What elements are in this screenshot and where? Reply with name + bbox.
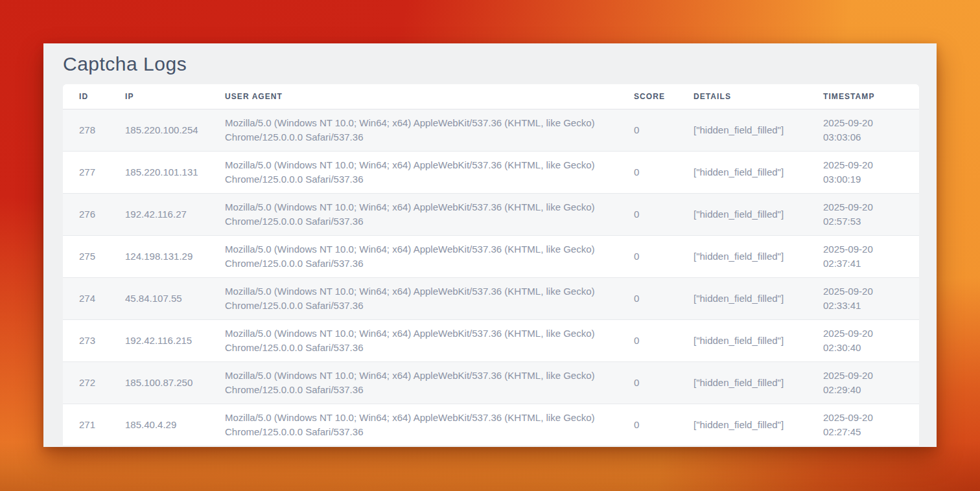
cell-details: ["hidden_field_filled"] (694, 193, 823, 235)
column-header-user-agent: USER AGENT (225, 84, 634, 109)
cell-id: 271 (63, 404, 125, 446)
cell-timestamp: 2025-09-20 02:29:40 (823, 361, 919, 404)
table-row: 277 185.220.101.131 Mozilla/5.0 (Windows… (63, 151, 919, 193)
cell-ip: 185.220.100.254 (125, 109, 225, 151)
cell-user-agent: Mozilla/5.0 (Windows NT 10.0; Win64; x64… (225, 404, 634, 446)
cell-id: 277 (63, 151, 125, 193)
cell-ip: 192.42.116.215 (125, 319, 225, 361)
cell-ip: 185.220.101.131 (125, 151, 225, 193)
cell-details: ["hidden_field_filled"] (694, 404, 823, 446)
cell-score: 0 (634, 361, 694, 404)
table-body: 278 185.220.100.254 Mozilla/5.0 (Windows… (63, 109, 919, 446)
table-row: 278 185.220.100.254 Mozilla/5.0 (Windows… (63, 109, 919, 151)
cell-user-agent: Mozilla/5.0 (Windows NT 10.0; Win64; x64… (225, 235, 634, 277)
table-header: ID IP USER AGENT SCORE DETAILS TIMESTAMP (63, 84, 919, 109)
cell-id: 273 (63, 319, 125, 361)
cell-details: ["hidden_field_filled"] (694, 151, 823, 193)
cell-ip: 185.100.87.250 (125, 361, 225, 404)
column-header-timestamp: TIMESTAMP (823, 84, 919, 109)
cell-score: 0 (634, 109, 694, 151)
cell-timestamp: 2025-09-20 02:33:41 (823, 277, 919, 319)
captcha-logs-card: Captcha Logs ID IP USER AGENT SCORE DETA… (43, 43, 937, 447)
cell-score: 0 (634, 319, 694, 361)
table-row: 272 185.100.87.250 Mozilla/5.0 (Windows … (63, 361, 919, 404)
cell-score: 0 (634, 235, 694, 277)
captcha-logs-table: ID IP USER AGENT SCORE DETAILS TIMESTAMP… (63, 84, 919, 446)
cell-details: ["hidden_field_filled"] (694, 277, 823, 319)
cell-score: 0 (634, 404, 694, 446)
cell-details: ["hidden_field_filled"] (694, 361, 823, 404)
desktop-background: Captcha Logs ID IP USER AGENT SCORE DETA… (0, 0, 980, 491)
cell-details: ["hidden_field_filled"] (694, 109, 823, 151)
table-row: 276 192.42.116.27 Mozilla/5.0 (Windows N… (63, 193, 919, 235)
cell-ip: 185.40.4.29 (125, 404, 225, 446)
cell-ip: 45.84.107.55 (125, 277, 225, 319)
column-header-id: ID (63, 84, 125, 109)
cell-ip: 192.42.116.27 (125, 193, 225, 235)
cell-id: 272 (63, 361, 125, 404)
cell-id: 276 (63, 193, 125, 235)
table-row: 273 192.42.116.215 Mozilla/5.0 (Windows … (63, 319, 919, 361)
table-row: 275 124.198.131.29 Mozilla/5.0 (Windows … (63, 235, 919, 277)
cell-details: ["hidden_field_filled"] (694, 235, 823, 277)
cell-timestamp: 2025-09-20 02:27:45 (823, 404, 919, 446)
column-header-ip: IP (125, 84, 225, 109)
cell-timestamp: 2025-09-20 02:37:41 (823, 235, 919, 277)
cell-timestamp: 2025-09-20 03:03:06 (823, 109, 919, 151)
cell-timestamp: 2025-09-20 02:30:40 (823, 319, 919, 361)
table-row: 274 45.84.107.55 Mozilla/5.0 (Windows NT… (63, 277, 919, 319)
cell-timestamp: 2025-09-20 02:57:53 (823, 193, 919, 235)
cell-user-agent: Mozilla/5.0 (Windows NT 10.0; Win64; x64… (225, 151, 634, 193)
cell-score: 0 (634, 277, 694, 319)
cell-user-agent: Mozilla/5.0 (Windows NT 10.0; Win64; x64… (225, 319, 634, 361)
cell-id: 278 (63, 109, 125, 151)
column-header-details: DETAILS (694, 84, 823, 109)
cell-user-agent: Mozilla/5.0 (Windows NT 10.0; Win64; x64… (225, 277, 634, 319)
cell-id: 275 (63, 235, 125, 277)
cell-timestamp: 2025-09-20 03:00:19 (823, 151, 919, 193)
page-title: Captcha Logs (63, 52, 919, 76)
cell-score: 0 (634, 151, 694, 193)
cell-user-agent: Mozilla/5.0 (Windows NT 10.0; Win64; x64… (225, 361, 634, 404)
cell-details: ["hidden_field_filled"] (694, 319, 823, 361)
cell-user-agent: Mozilla/5.0 (Windows NT 10.0; Win64; x64… (225, 109, 634, 151)
column-header-score: SCORE (634, 84, 694, 109)
cell-ip: 124.198.131.29 (125, 235, 225, 277)
cell-user-agent: Mozilla/5.0 (Windows NT 10.0; Win64; x64… (225, 193, 634, 235)
table-header-row: ID IP USER AGENT SCORE DETAILS TIMESTAMP (63, 84, 919, 109)
table-row: 271 185.40.4.29 Mozilla/5.0 (Windows NT … (63, 404, 919, 446)
cell-score: 0 (634, 193, 694, 235)
cell-id: 274 (63, 277, 125, 319)
